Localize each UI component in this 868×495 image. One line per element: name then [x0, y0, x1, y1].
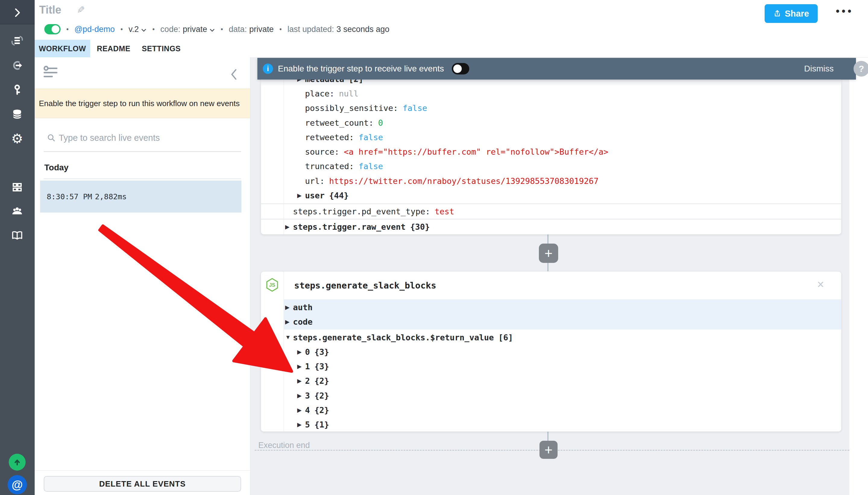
add-step-button-end[interactable]: + [539, 441, 558, 459]
share-label: Share [785, 9, 809, 19]
workflow-header: Title ✎ • @pd-demo • v.2 • code: private… [35, 0, 868, 40]
nodejs-icon: JS [265, 278, 279, 292]
expand-arrow-icon: ▶ [297, 377, 305, 385]
search-icon [47, 133, 56, 142]
json-value: false [359, 133, 383, 142]
delete-all-events-button[interactable]: DELETE ALL EVENTS [44, 476, 241, 492]
expand-arrow-icon: ▶ [297, 421, 305, 428]
json-count: {1} [314, 420, 329, 429]
live-events-toggle[interactable] [452, 63, 469, 74]
json-key: truncated: [305, 161, 354, 171]
json-key: code [293, 317, 313, 326]
pipedream-workflow-app: ⚙ @ Title ✎ • @pd-demo • v.2 • [0, 0, 868, 495]
key-icon[interactable] [11, 83, 24, 96]
event-time: 8:30:57 PM [47, 192, 95, 201]
json-key: 3 [305, 391, 310, 400]
version-dropdown[interactable]: v.2 [128, 25, 146, 34]
filter-events-icon[interactable] [42, 65, 58, 80]
json-row-item-1[interactable]: ▶ 1 {3} [261, 359, 841, 374]
json-key: user [305, 191, 325, 200]
json-count: [6] [498, 333, 513, 342]
chevron-right-icon[interactable] [11, 6, 24, 19]
json-row-item-0[interactable]: ▶ 0 {3} [261, 345, 841, 359]
event-duration: 2,882ms [95, 192, 126, 201]
json-key: 4 [305, 406, 310, 415]
json-row-item-3[interactable]: ▶ 3 {2} [261, 388, 841, 403]
share-button[interactable]: Share [765, 4, 818, 23]
gear-icon[interactable]: ⚙ [11, 132, 24, 145]
json-value: false [359, 161, 383, 171]
json-key: source: [305, 147, 340, 156]
mentions-at-icon[interactable]: @ [7, 475, 27, 494]
trigger-notice-text: Enable the trigger step to run this work… [39, 99, 240, 108]
json-row-item-5[interactable]: ▶ 5 {1} [261, 417, 841, 432]
collapse-arrow-icon: ▼ [285, 334, 293, 341]
json-value: 0 [378, 118, 383, 127]
community-icon[interactable] [11, 205, 24, 218]
json-row-source: source: <a href="https://buffer.com" rel… [261, 144, 841, 159]
data-visibility: data: private [229, 25, 274, 34]
docs-book-icon[interactable] [11, 229, 24, 242]
tab-readme[interactable]: README [90, 40, 137, 57]
info-icon: i [263, 64, 273, 74]
version-value: v.2 [128, 25, 139, 34]
tab-workflow[interactable]: WORKFLOW [35, 40, 90, 57]
events-panel: Enable the trigger step to run this work… [35, 57, 250, 495]
dismiss-button[interactable]: Dismiss [804, 64, 834, 73]
json-row-raw-event[interactable]: ▶ steps.trigger.raw_event {30} [261, 220, 841, 234]
separator-dot: • [121, 25, 123, 33]
json-key: 0 [305, 347, 310, 357]
sidebar-expand-button[interactable] [0, 0, 35, 24]
event-sources-icon[interactable] [11, 59, 24, 72]
json-row-retweet-count: retweet_count: 0 [261, 116, 841, 130]
code-visibility-dropdown[interactable]: code: private [160, 25, 215, 34]
json-row-item-4[interactable]: ▶ 4 {2} [261, 403, 841, 417]
json-count: {44} [329, 191, 349, 200]
workflow-active-toggle[interactable] [44, 24, 60, 34]
last-updated-label: last updated: [288, 25, 334, 34]
expand-arrow-icon: ▶ [297, 407, 305, 414]
trigger-notice-banner: Enable the trigger step to run this work… [35, 89, 250, 118]
collapse-panel-chevron-icon[interactable] [230, 68, 238, 79]
workflow-title: Title [39, 4, 61, 16]
json-row-auth[interactable]: ▶ auth [261, 300, 841, 314]
event-list-item[interactable]: 8:30:57 PM 2,882ms [40, 181, 241, 212]
json-row-return-value[interactable]: ▼ steps.generate_slack_blocks.$return_va… [261, 330, 841, 345]
trigger-step-card: ▶ metadata [2] place: null possibly_sens… [261, 72, 841, 235]
code-step-card: JS steps.generate_slack_blocks × ▶ auth … [261, 271, 841, 432]
expand-arrow-icon: ▶ [297, 192, 305, 199]
more-options-button[interactable]: ••• [836, 5, 853, 17]
json-count: {2} [314, 376, 329, 386]
add-step-button[interactable]: + [539, 243, 558, 263]
expand-arrow-icon: ▶ [285, 318, 293, 325]
json-count: {3} [314, 362, 329, 371]
search-input[interactable] [58, 130, 234, 146]
trigger-live-events-banner: i Enable the trigger step to receive liv… [257, 58, 856, 80]
tab-settings[interactable]: SETTINGS [137, 40, 185, 57]
expand-arrow-icon: ▶ [297, 392, 305, 399]
json-row-code[interactable]: ▶ code [261, 314, 841, 329]
workflow-meta-row: • @pd-demo • v.2 • code: private • data:… [44, 22, 389, 36]
separator-dot: • [66, 25, 69, 33]
upgrade-arrow-icon[interactable] [9, 454, 25, 471]
account-link[interactable]: @pd-demo [74, 25, 115, 34]
chevron-down-icon [209, 25, 215, 34]
edit-title-pencil-icon[interactable]: ✎ [77, 4, 85, 16]
data-label: data: [229, 25, 247, 34]
json-key: 2 [305, 376, 310, 386]
sql-icon[interactable] [11, 107, 24, 121]
execution-end-label: Execution end [258, 441, 310, 450]
json-row-url: url: https://twitter.com/nraboy/statuses… [261, 174, 841, 188]
close-icon[interactable]: × [817, 278, 824, 290]
json-row-item-2[interactable]: ▶ 2 {2} [261, 374, 841, 388]
json-row-user[interactable]: ▶ user {44} [261, 188, 841, 203]
last-updated-value: 3 seconds ago [336, 25, 389, 34]
json-row-pd-event-type: steps.trigger.pd_event_type: test [261, 204, 841, 219]
apps-grid-icon[interactable] [11, 181, 24, 194]
json-key: steps.generate_slack_blocks.$return_valu… [293, 333, 494, 342]
json-key: retweet_count: [305, 118, 374, 127]
last-updated: last updated: 3 seconds ago [288, 25, 389, 34]
help-button[interactable]: ? [853, 61, 868, 76]
expand-arrow-icon: ▶ [297, 363, 305, 370]
workflows-icon[interactable] [11, 34, 24, 47]
